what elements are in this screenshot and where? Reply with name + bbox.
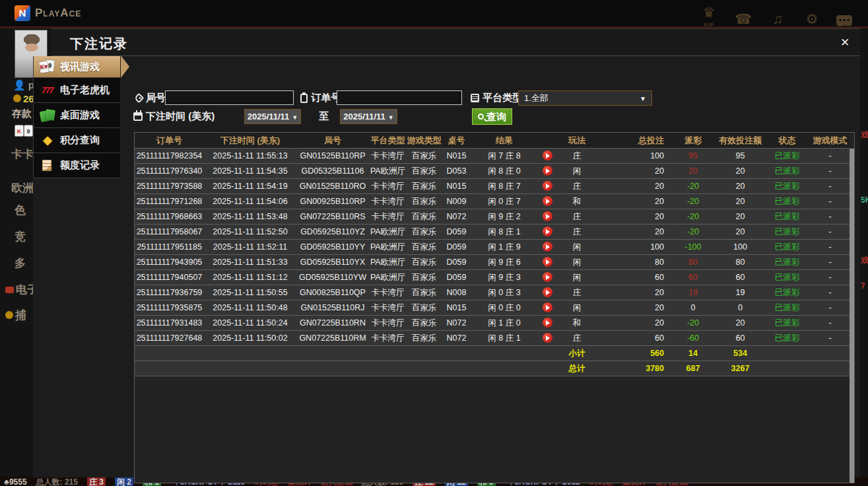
cell-game_type: 百家乐	[407, 240, 442, 254]
platform-type-select[interactable]: 1.全部 ▼	[518, 90, 652, 106]
replay-video-button[interactable]	[543, 242, 552, 252]
cell-status: 已派彩	[765, 225, 809, 239]
table-body: 2511111179823542025-11-11 11:55:13GN0152…	[135, 149, 854, 376]
menu-item-slots[interactable]: 777 电子老虎机	[34, 78, 120, 103]
cell-payout: 19	[671, 285, 716, 300]
cell-total_bet: 20	[597, 179, 671, 193]
lobby-label-4: 多	[15, 256, 26, 271]
table-row[interactable]: 2511111179358752025-11-11 11:50:48GN0152…	[135, 300, 850, 316]
table-row[interactable]: 2511111179735882025-11-11 11:54:19GN0152…	[135, 179, 850, 194]
cell-table_no: D053	[442, 164, 471, 178]
cell-total_bet: 20	[597, 209, 671, 224]
cell-round_no: GD05925B110YX	[296, 255, 369, 269]
order-no-label: 订单号	[300, 92, 341, 104]
round-no-input[interactable]	[165, 90, 294, 105]
table-row[interactable]: 2511111179276482025-11-11 11:50:02GN0722…	[135, 331, 850, 346]
cell-round_no: GD05325B11106	[296, 164, 369, 178]
table-row[interactable]: 2511111179439052025-11-11 11:51:33GD0592…	[135, 255, 850, 270]
summary-label: 总计	[557, 361, 597, 376]
replay-video-button[interactable]	[543, 181, 552, 191]
brand-logo: N PlayAce	[15, 5, 81, 21]
lobby-deposit-label[interactable]: 存款	[12, 108, 32, 120]
summary-row: 小计56014534	[135, 346, 850, 361]
cell-game_type: 百家乐	[407, 179, 442, 193]
date-range-to-label: 至	[319, 110, 329, 123]
table-row[interactable]: 2511111179580672025-11-11 11:52:50GD0592…	[135, 225, 850, 240]
cell-status: 已派彩	[765, 270, 809, 285]
replay-video-button[interactable]	[543, 226, 552, 236]
bet-records-dialog: 下注记录 ✕ 9K♥ 视讯游戏 777 电子老虎机 桌面游戏 ◆ 积分查询	[33, 28, 860, 477]
replay-video-button[interactable]	[543, 211, 552, 221]
table-row[interactable]: 2511111179511852025-11-11 11:52:11GD0592…	[135, 240, 850, 255]
cell-bet_time: 2025-11-11 11:50:24	[204, 316, 296, 330]
customer-support-icon[interactable]: ☎	[733, 11, 753, 28]
replay-video-button[interactable]	[543, 302, 552, 312]
brand-name: PlayAce	[35, 7, 81, 20]
cell-status: 已派彩	[765, 240, 809, 254]
chevron-down-icon: ▼	[640, 92, 646, 106]
cell-round_no: GN00825B110QP	[296, 285, 369, 300]
close-icon[interactable]: ✕	[838, 36, 852, 50]
cell-valid_bet: 20	[716, 225, 765, 239]
replay-video-button[interactable]	[543, 166, 552, 176]
cell-round_no: GN00925B110RP	[296, 194, 369, 209]
cell-payout: 80	[671, 255, 716, 269]
cell-table_no: D059	[442, 240, 471, 254]
cell-order_no: 251111117971268	[135, 194, 204, 209]
replay-video-button[interactable]	[543, 196, 552, 206]
cell-game_type: 百家乐	[407, 149, 442, 163]
table-row[interactable]: 2511111179367592025-11-11 11:50:55GN0082…	[135, 285, 850, 300]
menu-item-table-games[interactable]: 桌面游戏	[34, 103, 120, 128]
column-header: 订单号	[135, 133, 204, 148]
table-row[interactable]: 2511111179314832025-11-11 11:50:24GN0722…	[135, 316, 850, 331]
date-from-picker[interactable]: 2025/11/11▼	[244, 109, 301, 124]
summary-valid_bet: 534	[716, 346, 765, 361]
order-no-input[interactable]	[337, 90, 462, 105]
table-row[interactable]: 2511111179823542025-11-11 11:55:13GN0152…	[135, 149, 850, 164]
table-row[interactable]: 2511111179405072025-11-11 11:51:12GD0592…	[135, 270, 850, 285]
bg-fragment: 戏	[861, 129, 868, 141]
column-header: 派彩	[671, 133, 716, 148]
cell-platform: PA欧洲厅	[369, 164, 407, 178]
cell-payout: -20	[671, 209, 716, 224]
cell-play_type: 和	[557, 316, 597, 330]
cell-order_no: 251111117973588	[135, 179, 204, 193]
table-row[interactable]: 2511111179712682025-11-11 11:54:06GN0092…	[135, 194, 850, 209]
column-header: 结果	[471, 133, 537, 148]
cell-order_no: 251111117927648	[135, 331, 204, 345]
vertical-scrollbar[interactable]	[850, 149, 854, 483]
cell-bet_time: 2025-11-11 11:54:06	[204, 194, 296, 209]
chevron-down-icon: ▼	[388, 114, 394, 121]
cell-result: 闲 8 庄 0	[471, 164, 537, 178]
cell-table_no: N009	[442, 194, 471, 209]
cell-platform: 卡卡湾厅	[369, 149, 407, 163]
summary-label: 小计	[557, 346, 597, 361]
menu-item-video-games[interactable]: 9K♥ 视讯游戏	[34, 56, 120, 78]
table-row[interactable]: 2511111179686632025-11-11 11:53:48GN0722…	[135, 209, 850, 225]
cell-game_mode: -	[809, 179, 851, 193]
menu-item-credit-records[interactable]: 额度记录	[34, 153, 120, 178]
replay-video-button[interactable]	[543, 272, 552, 282]
cell-game_type: 百家乐	[407, 164, 442, 178]
cell-total_bet: 20	[597, 285, 671, 300]
menu-item-points-query[interactable]: ◆ 积分查询	[34, 128, 120, 153]
replay-video-button[interactable]	[543, 257, 552, 267]
summary-payout: 14	[671, 346, 716, 361]
date-to-picker[interactable]: 2025/11/11▼	[340, 109, 397, 124]
column-header: 平台类型	[369, 133, 407, 148]
cell-play_type: 庄	[557, 331, 597, 345]
table-row[interactable]: 2511111179763402025-11-11 11:54:35GD0532…	[135, 164, 850, 179]
replay-video-button[interactable]	[543, 333, 552, 343]
chat-bubble-icon[interactable]	[836, 12, 856, 26]
cell-platform: 卡卡湾厅	[369, 194, 407, 209]
cell-valid_bet: 20	[716, 316, 765, 330]
search-button[interactable]: 查询	[472, 108, 512, 125]
replay-video-button[interactable]	[543, 151, 552, 160]
cell-total_bet: 20	[597, 164, 671, 178]
replay-video-button[interactable]	[543, 318, 552, 328]
cell-bet_time: 2025-11-11 11:50:02	[204, 331, 296, 345]
settings-gear-icon[interactable]: ⚙	[802, 11, 822, 28]
replay-video-button[interactable]	[543, 287, 552, 297]
cell-platform: PA欧洲厅	[369, 270, 407, 285]
music-icon[interactable]: ♫	[768, 11, 787, 28]
